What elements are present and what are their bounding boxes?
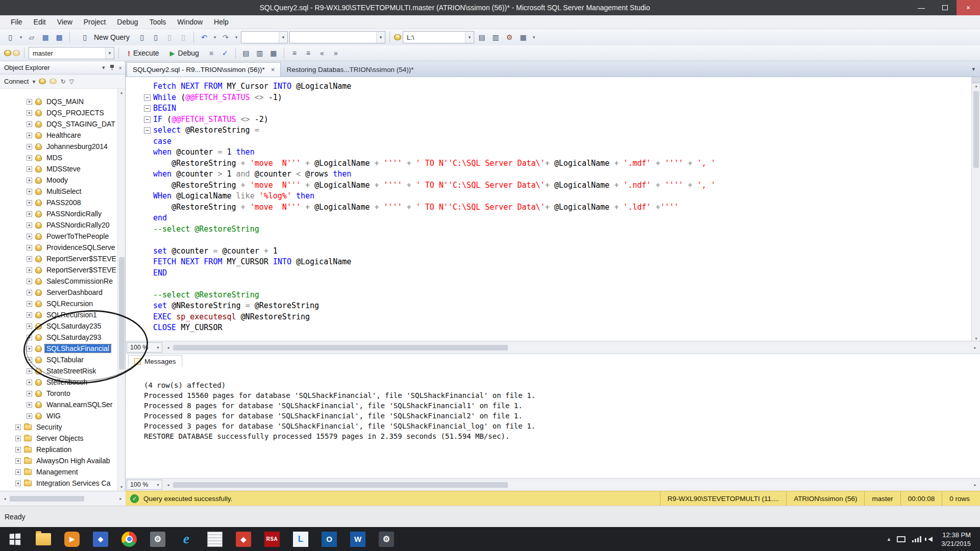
tab-sqlquery2[interactable]: SQLQuery2.sql - R9...TRION\ssimon (56))*… — [127, 62, 281, 77]
tree-item-database[interactable]: +Healthcare — [0, 130, 125, 141]
expand-plus-icon[interactable]: + — [27, 189, 32, 194]
tree-item-database[interactable]: +StateStreetRisk — [0, 365, 125, 377]
analysis-services-query-icon[interactable]: ▯ — [150, 31, 162, 43]
expand-plus-icon[interactable]: + — [27, 121, 32, 127]
debug-button[interactable]: ▶ Debug — [165, 46, 204, 60]
menu-project[interactable]: Project — [78, 15, 112, 29]
object-explorer-horizontal-scrollbar[interactable]: ◂ ▸ — [0, 491, 126, 506]
expand-plus-icon[interactable]: + — [15, 424, 21, 430]
tree-item-database[interactable]: +MultiSelect — [0, 186, 125, 197]
execute-button[interactable]: ! Execute — [123, 46, 164, 60]
tree-item-folder[interactable]: +Integration Services Ca — [0, 478, 125, 489]
tree-item-database[interactable]: +ProvidenceSQLServe — [0, 242, 125, 253]
available-databases-combobox[interactable]: master ▾ — [29, 47, 114, 59]
database-engine-query-icon[interactable]: ▯ — [136, 31, 148, 43]
code-line-text[interactable]: While (@@FETCH_STATUS <> -1) — [153, 92, 282, 104]
tree-item-database[interactable]: +DQS_PROJECTS — [0, 107, 125, 118]
editor-zoom-combobox[interactable]: 100 % ▾ — [127, 342, 162, 353]
new-query-button[interactable]: ▯ New Query — [74, 31, 134, 44]
menu-window[interactable]: Window — [172, 15, 208, 29]
code-line-text[interactable]: FETCH NEXT FROM MY_CURSOR INTO @LogicalN… — [153, 257, 351, 268]
connect-dropdown-icon[interactable]: ▾ — [32, 78, 35, 85]
tree-item-database[interactable]: +ReportServer$STEVE — [0, 253, 125, 264]
chrome-icon[interactable] — [118, 529, 140, 550]
scroll-right-icon[interactable]: ▸ — [971, 481, 979, 489]
splitter-grip[interactable] — [972, 77, 980, 83]
tree-item-database[interactable]: +PASSNordicRally — [0, 208, 125, 219]
scrollbar-thumb[interactable] — [10, 496, 84, 502]
expand-plus-icon[interactable]: + — [27, 178, 32, 183]
expand-plus-icon[interactable]: + — [27, 166, 32, 172]
activity-monitor-icon[interactable]: ▤ — [476, 31, 488, 43]
results-file-icon[interactable]: ▦ — [267, 47, 280, 59]
tree-item-database[interactable]: +PASS2008 — [0, 197, 125, 208]
tree-item-database[interactable]: +Stellenbosch — [0, 377, 125, 388]
expand-plus-icon[interactable]: + — [27, 110, 32, 116]
expand-plus-icon[interactable]: + — [27, 234, 32, 239]
file-explorer-icon[interactable] — [33, 529, 54, 550]
stop-icon[interactable]: ■ — [205, 47, 217, 59]
open-file-icon[interactable]: ▱ — [26, 31, 38, 43]
expand-plus-icon[interactable]: + — [15, 469, 21, 475]
tree-item-database[interactable]: +Toronto — [0, 388, 125, 399]
maximize-button[interactable] — [933, 0, 957, 15]
tree-item-database[interactable]: +SQLRecursion1 — [0, 309, 125, 320]
expand-plus-icon[interactable]: + — [27, 155, 32, 161]
code-line-text[interactable]: end — [153, 213, 167, 224]
change-connection-icon[interactable] — [13, 50, 20, 56]
start-button[interactable] — [4, 529, 26, 550]
tree-item-database[interactable]: +DQS_STAGING_DAT — [0, 118, 125, 130]
tree-item-database[interactable]: +SQLRecursion — [0, 298, 125, 309]
tree-item-database[interactable]: +SQLSaturday235 — [0, 320, 125, 332]
media-red-app-icon[interactable]: ◆ — [233, 529, 254, 550]
expand-plus-icon[interactable]: + — [27, 380, 32, 385]
fold-collapse-icon[interactable]: − — [144, 105, 151, 112]
code-line-text[interactable]: select @RestoreString = — [153, 125, 259, 136]
expand-plus-icon[interactable]: + — [15, 481, 21, 486]
expand-plus-icon[interactable]: + — [27, 211, 32, 217]
pin-icon[interactable] — [110, 64, 114, 71]
code-line-text[interactable]: @RestoreString + 'move N''' + @LogicalNa… — [153, 180, 716, 191]
rsa-securid-icon[interactable]: RSA — [261, 529, 283, 550]
expand-plus-icon[interactable]: + — [27, 133, 32, 138]
code-line-text[interactable]: @RestoreString + 'move N''' + @LogicalNa… — [153, 158, 716, 169]
code-line-text[interactable]: when @counter = 1 then — [153, 147, 255, 158]
tree-item-database[interactable]: +SQLSaturday293 — [0, 332, 125, 343]
scroll-down-icon[interactable]: ▾ — [118, 483, 126, 491]
menu-tools[interactable]: Tools — [144, 15, 172, 29]
tree-item-database[interactable]: +ReportServer$STEVE — [0, 264, 125, 276]
expand-plus-icon[interactable]: + — [27, 256, 32, 262]
menu-help[interactable]: Help — [208, 15, 234, 29]
object-explorer-vertical-scrollbar[interactable]: ▴ ▾ — [117, 89, 125, 491]
filter-icon[interactable]: ▽ — [69, 78, 74, 85]
decrease-indent-icon[interactable]: « — [316, 47, 328, 59]
results-text-icon[interactable]: ▥ — [254, 47, 266, 59]
new-file-dropdown-icon[interactable]: ▾ — [18, 31, 24, 43]
expand-plus-icon[interactable]: + — [27, 368, 32, 374]
tools-options-icon[interactable]: ⚙ — [503, 31, 516, 43]
tree-item-database[interactable]: +Johannesburg2014 — [0, 141, 125, 152]
media-player-icon[interactable]: ▶ — [61, 529, 83, 550]
code-line-text[interactable]: when @counter > 1 and @counter < @rows t… — [153, 169, 351, 180]
tree-item-folder[interactable]: +Server Objects — [0, 433, 125, 444]
code-line-text[interactable]: END — [153, 268, 167, 279]
registered-servers-icon[interactable]: ▥ — [489, 31, 502, 43]
expand-plus-icon[interactable]: + — [27, 391, 32, 396]
tree-item-database[interactable]: +MDS — [0, 152, 125, 163]
code-line-text[interactable]: --select @RestoreString — [153, 290, 259, 301]
expand-plus-icon[interactable]: + — [27, 402, 32, 408]
tray-expand-icon[interactable]: ▴ — [888, 536, 891, 542]
comment-icon[interactable]: ≡ — [288, 47, 301, 59]
tree-item-database[interactable]: +SQLShackFinancial — [0, 343, 125, 354]
messages-output[interactable]: (4 row(s) affected)Processed 15560 pages… — [126, 367, 980, 478]
scroll-left-icon[interactable]: ◂ — [164, 481, 172, 489]
outlook-icon[interactable]: O — [318, 529, 340, 550]
code-line-text[interactable]: --select @RestoreString — [153, 224, 259, 235]
toolbar-combobox-2[interactable]: ▾ — [289, 31, 385, 43]
new-file-icon[interactable]: ▯ — [4, 31, 16, 43]
tree-item-database[interactable]: +PASSNordicRally20 — [0, 219, 125, 231]
expand-plus-icon[interactable]: + — [27, 323, 32, 329]
scroll-up-icon[interactable]: ▴ — [118, 89, 126, 96]
scrollbar-thumb[interactable] — [119, 257, 125, 369]
window-position-icon[interactable]: ▾ — [102, 64, 105, 71]
